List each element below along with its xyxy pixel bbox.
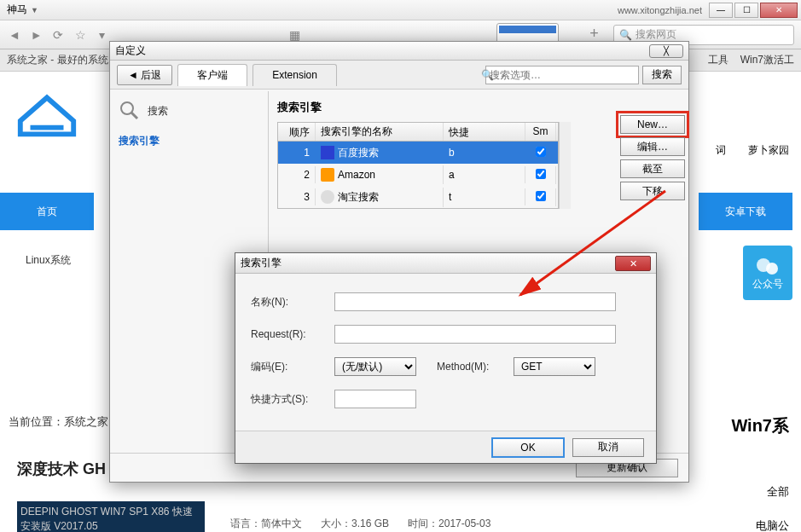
- wechat-widget[interactable]: 公众号: [743, 246, 792, 300]
- maximize-button[interactable]: ☐: [734, 3, 758, 18]
- tab-client[interactable]: 客户端: [177, 64, 247, 86]
- dropdown-icon[interactable]: ▾: [95, 26, 110, 44]
- url-display: www.xitongzhijia.net: [618, 5, 702, 15]
- search-icon: 🔍: [619, 29, 632, 41]
- back-icon[interactable]: ◄: [7, 26, 22, 44]
- movedown-button[interactable]: 下移: [620, 182, 685, 200]
- sidebar-heading: Win7系: [731, 414, 789, 437]
- dialog-titlebar[interactable]: 自定义 ╳: [110, 42, 688, 61]
- ok-button[interactable]: OK: [492, 438, 564, 457]
- window-close-button[interactable]: ✕: [760, 3, 798, 18]
- label-name: 名称(N):: [251, 295, 334, 309]
- dropdown-icon[interactable]: ▼: [31, 6, 38, 14]
- forward-icon[interactable]: ►: [29, 26, 44, 44]
- search-icon: 🔍: [481, 69, 494, 88]
- window-titlebar: 神马 ▼ www.xitongzhijia.net — ☐ ✕: [0, 0, 801, 20]
- dialog-back-button[interactable]: ◄ 后退: [117, 65, 172, 85]
- new-button[interactable]: New…: [620, 115, 685, 134]
- label-request: Request(R):: [251, 328, 334, 340]
- svg-line-3: [131, 113, 137, 119]
- table-row[interactable]: 3 淘宝搜索 t: [278, 186, 558, 208]
- page-tab[interactable]: 工具: [708, 53, 728, 67]
- smart-checkbox[interactable]: [536, 147, 546, 157]
- table-header: 顺序 搜索引擎的名称 快捷 Sm: [278, 123, 558, 142]
- modal-close-button[interactable]: ✕: [615, 256, 651, 271]
- taobao-icon: [321, 190, 334, 204]
- article-meta: 语言：简体中文 大小：3.16 GB 时间：2017-05-03: [230, 517, 490, 531]
- modal-title: 搜索引擎: [241, 256, 282, 270]
- page-tab[interactable]: Win7激活工: [740, 53, 794, 67]
- dialog-search-button[interactable]: 搜索: [642, 66, 682, 84]
- article-thumbnail[interactable]: DEEPIN GHOST WIN7 SP1 X86 快速安装版 V2017.05: [17, 501, 205, 532]
- table-row[interactable]: 2 Amazon a: [278, 164, 558, 186]
- baidu-icon: [321, 146, 334, 159]
- sidebar-heading: 搜索: [119, 100, 259, 122]
- sidebar-link-search-engines[interactable]: 搜索引擎: [119, 134, 259, 148]
- article-title: 深度技术 GH: [17, 459, 106, 479]
- moveup-button[interactable]: 截至: [620, 159, 685, 178]
- nav-linux-link[interactable]: Linux系统: [0, 240, 96, 280]
- label-shortcut: 快捷方式(S):: [251, 392, 334, 407]
- col-key[interactable]: 快捷: [444, 123, 525, 141]
- edit-button[interactable]: 编辑…: [620, 137, 685, 156]
- modal-titlebar[interactable]: 搜索引擎 ✕: [235, 253, 656, 274]
- search-engines-table: 顺序 搜索引擎的名称 快捷 Sm 1 百度搜索 b 2 Amazon: [277, 122, 559, 209]
- label-encoding: 编码(E):: [251, 360, 334, 374]
- page-link[interactable]: 萝卜家园: [748, 143, 789, 158]
- nav-android-button[interactable]: 安卓下载: [699, 193, 792, 230]
- bookmark-icon[interactable]: ☆: [73, 26, 88, 44]
- amazon-icon: [321, 168, 334, 182]
- dialog-close-button[interactable]: ╳: [649, 44, 683, 58]
- tab-extension[interactable]: Extension: [252, 64, 337, 86]
- dialog-tabstrip: ◄ 后退 客户端 Extension 🔍 搜索: [110, 61, 688, 90]
- sidebar-link[interactable]: 全部: [767, 484, 789, 500]
- magnifier-icon: [119, 100, 141, 122]
- dialog-title: 自定义: [115, 43, 146, 58]
- page-link[interactable]: 词: [716, 143, 726, 158]
- svg-point-2: [121, 102, 133, 114]
- label-method: Method(M):: [437, 361, 514, 373]
- method-select[interactable]: GET: [514, 357, 595, 376]
- encoding-select[interactable]: (无/默认): [334, 357, 416, 376]
- breadcrumb: 当前位置：系统之家: [9, 414, 108, 430]
- svg-point-1: [766, 263, 778, 275]
- shortcut-field[interactable]: [334, 390, 416, 408]
- col-name[interactable]: 搜索引擎的名称: [316, 123, 444, 141]
- sidebar-link[interactable]: 电脑公: [756, 518, 789, 532]
- minimize-button[interactable]: —: [709, 3, 733, 18]
- smart-checkbox[interactable]: [536, 191, 546, 201]
- dialog-search-input[interactable]: [485, 66, 639, 84]
- request-field[interactable]: [334, 325, 616, 344]
- nav-home-button[interactable]: 首页: [0, 193, 94, 230]
- search-placeholder: 搜索网页: [636, 27, 676, 42]
- col-seq[interactable]: 顺序: [278, 123, 316, 141]
- window-title: 神马: [7, 3, 27, 17]
- col-sm[interactable]: Sm: [525, 123, 556, 141]
- cancel-button[interactable]: 取消: [572, 438, 644, 457]
- section-heading: 搜索引擎: [277, 100, 680, 115]
- page-tab-title[interactable]: 系统之家 - 最好的系统: [7, 53, 108, 67]
- table-scrollbar[interactable]: [559, 122, 571, 209]
- wechat-icon: [755, 255, 781, 277]
- name-field[interactable]: [334, 292, 616, 311]
- site-logo-icon: [14, 87, 80, 138]
- search-engine-modal: 搜索引擎 ✕ 名称(N): Request(R): 编码(E): (无/默认) …: [235, 252, 657, 464]
- table-row[interactable]: 1 百度搜索 b: [278, 142, 558, 164]
- smart-checkbox[interactable]: [536, 169, 546, 179]
- reload-icon[interactable]: ⟳: [50, 26, 66, 44]
